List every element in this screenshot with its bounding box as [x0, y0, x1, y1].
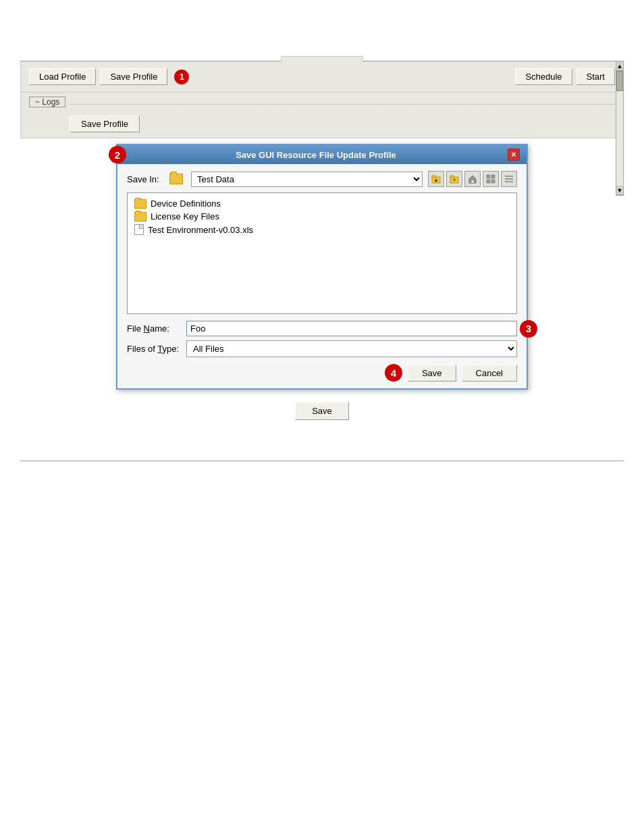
svg-rect-11	[505, 178, 513, 180]
home-button[interactable]	[464, 171, 481, 187]
list-view-button[interactable]	[483, 171, 499, 187]
bottom-save-button[interactable]: Save	[295, 402, 349, 420]
list-item[interactable]: Device Definitions	[132, 197, 512, 210]
dotted-separator	[71, 104, 615, 105]
svg-rect-10	[505, 176, 513, 177]
load-profile-button[interactable]: Load Profile	[29, 68, 96, 85]
list-item[interactable]: License Key Files	[132, 210, 512, 223]
svg-rect-9	[491, 180, 495, 183]
files-type-label: Files of Type:	[127, 344, 181, 354]
logs-section: ~ Logs Save Profile	[20, 93, 624, 138]
svg-rect-7	[491, 175, 495, 178]
badge-2: 2	[109, 146, 126, 163]
start-button[interactable]: Start	[576, 68, 615, 85]
save-in-row: Save In: Test Data +	[127, 171, 517, 187]
file-name-input-wrapper: 3	[186, 321, 517, 336]
schedule-button[interactable]: Schedule	[515, 68, 572, 85]
save-in-select[interactable]: Test Data	[191, 172, 423, 187]
badge-4: 4	[385, 364, 402, 382]
list-item[interactable]: Test Environment-v0.03.xls	[132, 223, 512, 236]
bottom-save-area: Save	[20, 402, 624, 420]
svg-rect-1	[432, 176, 435, 178]
files-type-row: Files of Type: All Files	[127, 340, 517, 357]
dialog-cancel-button[interactable]: Cancel	[462, 365, 517, 382]
folder-icon	[169, 174, 183, 184]
detail-view-button[interactable]	[501, 171, 517, 187]
dialog-close-button[interactable]: ×	[508, 149, 520, 161]
svg-rect-12	[505, 181, 513, 182]
dialog-title: Save GUI Resource File Update Profile	[124, 150, 508, 160]
folder-icon-license	[134, 212, 146, 221]
scroll-up-arrow[interactable]: ▲	[616, 61, 623, 71]
bottom-divider	[20, 461, 624, 461]
dialog-container: 2 Save GUI Resource File Update Profile …	[20, 144, 624, 390]
svg-rect-6	[487, 175, 490, 178]
files-type-select[interactable]: All Files	[186, 340, 517, 357]
folder-icon-device-def	[134, 199, 146, 209]
file-item-name: Test Environment-v0.03.xls	[148, 225, 253, 235]
up-folder-button[interactable]	[428, 171, 444, 187]
svg-text:+: +	[453, 178, 456, 182]
badge-1: 1	[174, 70, 189, 84]
file-name-row: File Name: 3	[127, 321, 517, 336]
svg-rect-8	[487, 180, 490, 183]
file-list: Device Definitions License Key Files Tes…	[127, 192, 517, 314]
dialog-titlebar: 2 Save GUI Resource File Update Profile …	[117, 145, 527, 164]
dialog-toolbar-icons: +	[428, 171, 517, 187]
file-name-label: File Name:	[127, 323, 181, 334]
save-profile-dialog: 2 Save GUI Resource File Update Profile …	[116, 144, 528, 390]
dialog-buttons-row: 4 Save Cancel	[127, 364, 517, 382]
svg-rect-5	[471, 180, 474, 183]
file-icon-xls	[134, 224, 144, 235]
file-name-input[interactable]	[186, 321, 517, 336]
toolbar-area: Load Profile Save Profile 1 Schedule Sta…	[20, 61, 624, 93]
file-item-name: Device Definitions	[151, 199, 221, 209]
file-item-name: License Key Files	[151, 211, 219, 221]
dialog-body: Save In: Test Data +	[117, 164, 527, 388]
save-profile-small-button[interactable]: Save Profile	[70, 115, 140, 132]
save-in-label: Save In:	[127, 174, 164, 184]
new-folder-button[interactable]: +	[446, 171, 462, 187]
dialog-save-button[interactable]: Save	[408, 365, 456, 382]
save-profile-button[interactable]: Save Profile	[100, 68, 167, 85]
logs-label: ~ Logs	[29, 97, 65, 107]
badge-3: 3	[520, 320, 537, 338]
scroll-thumb[interactable]	[616, 71, 623, 91]
